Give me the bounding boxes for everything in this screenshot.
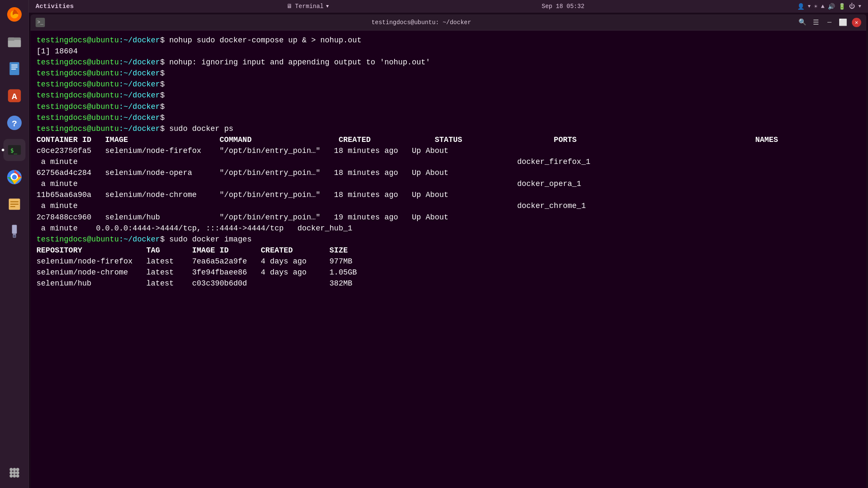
terminal-title-text: testingdocs@ubuntu: ~/docker <box>48 19 794 26</box>
search-button[interactable]: 🔍 <box>798 18 807 27</box>
sidebar-item-texteditor[interactable] <box>3 193 25 215</box>
wifi-icon: ▲ <box>821 3 824 10</box>
svg-point-17 <box>12 175 17 179</box>
terminal-line-8: testingdocs@ubuntu:~/docker$ <box>36 112 860 123</box>
path-3: :~/docker <box>119 58 160 67</box>
dollar-3: $ <box>160 58 165 67</box>
terminal-tab-icon: >_ <box>36 18 45 27</box>
sidebar-item-files[interactable] <box>3 30 25 53</box>
chevron-down-icon[interactable]: ▼ <box>808 4 811 9</box>
docker-images-row-firefox: selenium/node-firefox latest 7ea6a5a2a9f… <box>36 256 860 267</box>
dollar-1: $ <box>160 36 165 44</box>
brightness-icon: ☀ <box>814 3 818 10</box>
active-dot <box>2 149 4 151</box>
terminal-content[interactable]: testingdocs@ubuntu:~/docker$ nohup sudo … <box>31 30 866 488</box>
main-area: Activities 🖥 Terminal ▼ Sep 18 05:32 👤 ▼… <box>29 0 868 488</box>
docker-images-row-chrome: selenium/node-chrome latest 3fe94fbaee86… <box>36 267 860 278</box>
system-clock: Sep 18 05:32 <box>542 3 584 10</box>
sidebar-item-firefox[interactable] <box>3 3 25 25</box>
sidebar-item-usb[interactable] <box>3 220 25 242</box>
sidebar: A ? $_ <box>0 0 29 488</box>
svg-point-32 <box>13 474 16 478</box>
cmd-1: nohup sudo docker-compose up & > nohup.o… <box>164 36 361 44</box>
docker-ps-row-chrome-2: a minute docker_chrome_1 <box>36 200 860 211</box>
svg-point-25 <box>9 468 13 471</box>
svg-rect-6 <box>11 65 17 66</box>
minimize-button[interactable]: — <box>825 18 834 27</box>
battery-icon: 🔋 <box>838 3 846 10</box>
svg-text:?: ? <box>11 119 17 129</box>
terminal-window: >_ testingdocs@ubuntu: ~/docker 🔍 ☰ — ⬜ … <box>31 14 866 488</box>
docker-ps-row-opera: 62756ad4c284 selenium/node-opera "/opt/b… <box>36 167 860 178</box>
power-icon[interactable]: ⏻ <box>849 3 855 10</box>
svg-point-30 <box>16 471 19 474</box>
maximize-button[interactable]: ⬜ <box>838 18 848 27</box>
docker-ps-row-hub: 2c78488cc960 selenium/hub "/opt/bin/entr… <box>36 212 860 223</box>
sidebar-item-appgrid[interactable] <box>3 462 25 484</box>
settings-arrow[interactable]: ▼ <box>858 4 861 9</box>
sidebar-item-chrome[interactable] <box>3 166 25 188</box>
prompt-1: testingdocs@ubuntu <box>36 36 119 44</box>
terminal-line-4: testingdocs@ubuntu:~/docker$ <box>36 68 860 79</box>
terminal-line-9: testingdocs@ubuntu:~/docker$ sudo docker… <box>36 123 860 134</box>
terminal-line-1: testingdocs@ubuntu:~/docker$ nohup sudo … <box>36 35 860 46</box>
terminal-controls: 🔍 ☰ — ⬜ ✕ <box>798 18 861 27</box>
svg-point-31 <box>9 474 13 478</box>
svg-text:A: A <box>11 92 17 102</box>
terminal-titlebar: >_ testingdocs@ubuntu: ~/docker 🔍 ☰ — ⬜ … <box>31 14 866 30</box>
terminal-menu-icon: 🖥 <box>287 3 292 10</box>
sidebar-item-writer[interactable] <box>3 58 25 80</box>
docker-images-row-hub: selenium/hub latest c03c390b6d0d 382MB <box>36 278 860 289</box>
terminal-line-2: [1] 18604 <box>36 46 860 57</box>
svg-point-26 <box>13 468 16 471</box>
terminal-menu[interactable]: 🖥 Terminal ▼ <box>287 3 329 10</box>
docker-ps-row-firefox: c0ce23750fa5 selenium/node-firefox "/opt… <box>36 145 860 156</box>
person-icon: 👤 <box>797 3 804 10</box>
sidebar-item-terminal[interactable]: $_ <box>3 139 25 161</box>
prompt-3: testingdocs@ubuntu <box>36 58 119 67</box>
terminal-line-images-cmd: testingdocs@ubuntu:~/docker$ sudo docker… <box>36 234 860 245</box>
terminal-line-3: testingdocs@ubuntu:~/docker$ nohup: igno… <box>36 57 860 68</box>
cmd-3: nohup: ignoring input and appending outp… <box>164 58 430 67</box>
docker-ps-row-firefox-2: a minute docker_firefox_1 <box>36 156 860 167</box>
docker-ps-row-hub-2: a minute 0.0.0.0:4444->4444/tcp, :::4444… <box>36 223 860 234</box>
docker-ps-header: CONTAINER ID IMAGE COMMAND CREATED STATU… <box>36 134 860 145</box>
terminal-menu-label: Terminal <box>295 3 323 10</box>
svg-point-29 <box>13 471 16 474</box>
docker-ps-row-chrome: 11b65aa6a90a selenium/node-chrome "/opt/… <box>36 189 860 200</box>
docker-ps-row-opera-2: a minute docker_opera_1 <box>36 178 860 189</box>
sidebar-item-appcenter[interactable]: A <box>3 85 25 107</box>
svg-rect-3 <box>8 40 20 47</box>
svg-point-28 <box>9 471 13 474</box>
terminal-menu-arrow: ▼ <box>326 4 329 9</box>
svg-rect-22 <box>12 225 17 234</box>
svg-rect-8 <box>11 69 16 69</box>
svg-point-24 <box>13 235 16 238</box>
svg-rect-7 <box>11 67 17 67</box>
activities-button[interactable]: Activities <box>36 3 74 10</box>
system-topbar: Activities 🖥 Terminal ▼ Sep 18 05:32 👤 ▼… <box>29 0 868 13</box>
terminal-line-7: testingdocs@ubuntu:~/docker$ <box>36 101 860 112</box>
audio-icon: 🔊 <box>828 3 835 10</box>
path-1: :~/docker <box>119 36 160 44</box>
menu-button[interactable]: ☰ <box>811 18 821 27</box>
sidebar-item-help[interactable]: ? <box>3 112 25 134</box>
close-button[interactable]: ✕ <box>852 18 861 27</box>
terminal-line-5: testingdocs@ubuntu:~/docker$ <box>36 79 860 90</box>
svg-text:$_: $_ <box>10 147 17 154</box>
docker-images-header: REPOSITORY TAG IMAGE ID CREATED SIZE <box>36 245 860 256</box>
svg-point-33 <box>16 474 19 478</box>
terminal-line-6: testingdocs@ubuntu:~/docker$ <box>36 90 860 101</box>
svg-point-27 <box>16 468 19 471</box>
svg-rect-4 <box>8 38 14 41</box>
system-tray: 👤 ▼ ☀ ▲ 🔊 🔋 ⏻ ▼ <box>797 3 861 10</box>
